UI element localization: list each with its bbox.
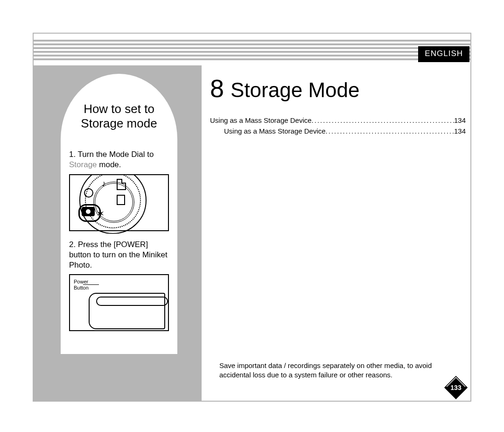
camera-body-outline [89,293,165,329]
callout-line [83,284,99,285]
toc-entry-label: Using as a Mass Storage Device [224,126,326,136]
camera-icon [82,207,95,216]
settings-gear-icon [84,188,93,198]
main-content: 8 Storage Mode Using as a Mass Storage D… [210,74,466,137]
toc-entry-label: Using as a Mass Storage Device [210,115,312,126]
sidebar-title-line1: How to set to [84,102,154,116]
music-note-icon: ♪ [102,179,106,189]
step-1-mode-name: Storage [69,160,97,169]
chapter-title: Storage Mode [231,78,359,102]
toc-entry-page: 134 [454,126,466,136]
sidebar-content: How to set to Storage mode 1. Turn the M… [61,97,177,336]
sidebar-title-line2: Storage mode [81,116,157,130]
toc-leader-dots [326,126,454,136]
power-button-label: Power Button [74,279,89,291]
step-1-suffix: mode. [97,160,121,169]
language-tab: ENGLISH [418,46,469,62]
manual-page: ENGLISH How to set to Storage mode 1. Tu… [0,0,504,432]
file-icon [117,179,126,190]
toc-entry-page: 134 [454,115,466,126]
step-1: 1. Turn the Mode Dial to Storage mode. [66,149,172,170]
toc-entry: Using as a Mass Storage Device 134 [210,115,466,126]
step-1-prefix: 1. Turn the Mode Dial to [69,150,154,159]
sidebar: How to set to Storage mode 1. Turn the M… [34,65,202,401]
page-number-marker: 133 [443,375,469,400]
storage-card-icon [117,195,125,205]
chapter-number: 8 [210,74,224,103]
illustration-power-button: Power Button [69,274,169,331]
power-label-line1: Power [74,279,88,284]
toc-entry: Using as a Mass Storage Device 134 [210,126,466,136]
header-stripes [34,40,470,62]
toc-leader-dots [312,115,454,126]
page-number: 133 [450,384,461,391]
illustration-mode-dial: ♪ ✶ [69,174,169,231]
step-2: 2. Press the [POWER] button to turn on t… [66,240,172,270]
chapter-heading: 8 Storage Mode [210,74,466,103]
sidebar-title: How to set to Storage mode [66,102,172,131]
footer-note: Save important data / recordings separat… [219,361,462,380]
power-label-line2: Button [74,285,89,290]
